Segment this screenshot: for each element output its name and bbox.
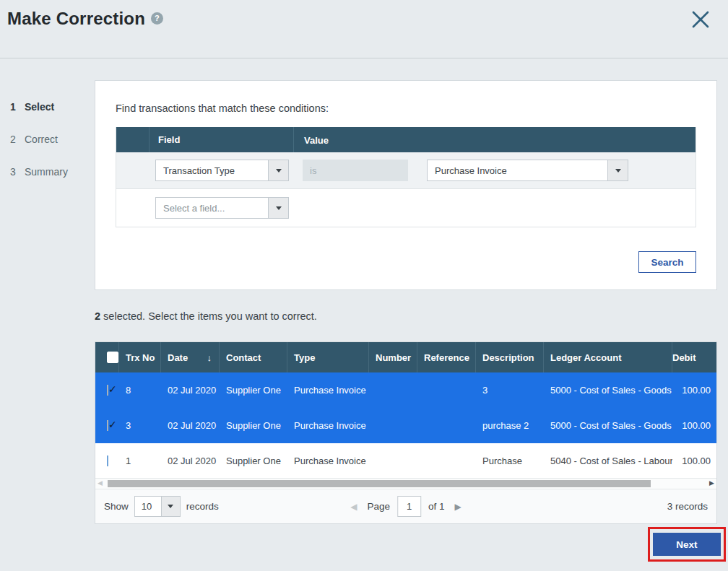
sort-desc-icon[interactable]: ↓ xyxy=(207,352,212,363)
condition-row-2: Select a field... xyxy=(116,189,696,227)
step-label: Correct xyxy=(25,134,58,145)
header-divider xyxy=(0,58,728,58)
row-checkbox[interactable] xyxy=(107,385,108,396)
column-header-type[interactable]: Type xyxy=(287,342,369,372)
selection-message: selected. Select the items you want to c… xyxy=(100,310,317,322)
cell-type: Purchase Invoice xyxy=(287,456,369,466)
cell-type: Purchase Invoice xyxy=(287,385,369,396)
scrollbar-thumb[interactable] xyxy=(108,480,651,487)
value-dropdown[interactable]: Purchase Invoice xyxy=(427,160,628,181)
conditions-panel: Find transactions that match these condi… xyxy=(95,80,717,290)
cell-debit: 100.00 xyxy=(672,456,718,466)
column-header-date[interactable]: Date↓ xyxy=(161,342,220,372)
column-header-contact[interactable]: Contact xyxy=(220,342,287,372)
step-correct[interactable]: 2 Correct xyxy=(0,134,95,145)
cell-contact: Supplier One xyxy=(220,420,287,431)
horizontal-scrollbar[interactable]: ◀ ▶ xyxy=(95,479,716,489)
close-icon[interactable] xyxy=(689,8,712,31)
table-footer: Show 10 records ◀ Page of 1 ▶ 3 records xyxy=(95,489,716,523)
next-page-icon[interactable]: ▶ xyxy=(455,502,462,512)
select-field-dropdown[interactable]: Select a field... xyxy=(155,197,289,219)
operator-value: is xyxy=(310,165,316,176)
make-correction-page: Make Correction? 1 Select 2 Correct 3 Su… xyxy=(0,0,728,571)
step-label: Select xyxy=(25,101,54,113)
select-field-placeholder: Select a field... xyxy=(156,198,268,218)
cell-trx-no: 1 xyxy=(119,456,161,466)
conditions-header-spacer xyxy=(116,127,150,152)
search-button[interactable]: Search xyxy=(638,251,696,273)
column-label: Number xyxy=(376,352,411,363)
cell-type: Purchase Invoice xyxy=(287,420,369,431)
records-table: Trx No Date↓ Contact Type Number Referen… xyxy=(95,341,717,524)
step-number: 3 xyxy=(10,166,25,178)
page-size-select[interactable]: 10 xyxy=(134,496,181,517)
page-size-value: 10 xyxy=(134,496,162,517)
column-label: Debit xyxy=(672,352,696,363)
cell-contact: Supplier One xyxy=(220,385,287,396)
chevron-down-icon[interactable] xyxy=(162,496,181,517)
column-label: Trx No xyxy=(126,352,155,363)
table-row[interactable]: 1 02 Jul 2020 Supplier One Purchase Invo… xyxy=(95,443,716,479)
value-column-label: Value xyxy=(304,135,329,146)
cell-ledger-account: 5000 - Cost of Sales - Goods xyxy=(544,420,672,431)
page-number-input[interactable] xyxy=(397,496,421,517)
column-header-description[interactable]: Description xyxy=(476,342,544,372)
step-select[interactable]: 1 Select xyxy=(0,101,95,113)
field-dropdown[interactable]: Transaction Type xyxy=(155,160,289,181)
page-title: Make Correction? xyxy=(7,9,163,29)
step-label: Summary xyxy=(25,166,68,178)
annotation-highlight-box: Next xyxy=(648,527,726,562)
conditions-intro: Find transactions that match these condi… xyxy=(116,103,696,114)
cell-ledger-account: 5000 - Cost of Sales - Goods xyxy=(544,385,672,396)
column-header-debit[interactable]: Debit xyxy=(672,342,718,372)
step-summary[interactable]: 3 Summary xyxy=(0,166,95,178)
column-label: Contact xyxy=(226,352,261,363)
column-label: Reference xyxy=(424,352,469,363)
step-number: 2 xyxy=(10,134,25,145)
column-header-number[interactable]: Number xyxy=(369,342,417,372)
row-checkbox[interactable] xyxy=(107,456,108,466)
cell-trx-no: 8 xyxy=(119,385,161,396)
column-header-reference[interactable]: Reference xyxy=(417,342,476,372)
chevron-down-icon[interactable] xyxy=(607,160,628,180)
row-checkbox[interactable] xyxy=(107,420,108,431)
table-row[interactable]: 3 02 Jul 2020 Supplier One Purchase Invo… xyxy=(95,408,716,443)
cell-debit: 100.00 xyxy=(672,385,718,396)
value-dropdown-value: Purchase Invoice xyxy=(428,160,607,180)
wizard-steps: 1 Select 2 Correct 3 Summary xyxy=(0,101,95,199)
help-icon[interactable]: ? xyxy=(151,12,163,25)
conditions-table: Field Value Transaction Type is Purchase… xyxy=(116,127,696,227)
cell-contact: Supplier One xyxy=(220,456,287,466)
chevron-down-icon[interactable] xyxy=(268,198,288,218)
operator-field-disabled: is xyxy=(303,160,408,181)
page-of-label: of 1 xyxy=(428,501,445,512)
cell-ledger-account: 5040 - Cost of Sales - Labour xyxy=(544,456,672,466)
column-label: Description xyxy=(482,352,534,363)
column-label: Ledger Account xyxy=(550,352,621,363)
cell-debit: 100.00 xyxy=(672,420,718,431)
cell-trx-no: 3 xyxy=(119,420,161,431)
previous-page-icon[interactable]: ◀ xyxy=(350,502,357,512)
table-row[interactable]: 8 02 Jul 2020 Supplier One Purchase Invo… xyxy=(95,372,716,408)
step-number: 1 xyxy=(10,101,25,113)
page-label: Page xyxy=(367,501,390,512)
column-label: Type xyxy=(294,352,315,363)
cell-date: 02 Jul 2020 xyxy=(161,385,220,396)
column-header-trx-no[interactable]: Trx No xyxy=(119,342,161,372)
chevron-down-icon[interactable] xyxy=(268,160,288,180)
show-label: Show xyxy=(104,501,129,512)
conditions-header-field: Field xyxy=(150,127,294,152)
cell-date: 02 Jul 2020 xyxy=(161,456,220,466)
condition-row-1: Transaction Type is Purchase Invoice xyxy=(116,152,696,189)
next-button[interactable]: Next xyxy=(653,533,721,556)
select-all-checkbox[interactable] xyxy=(107,352,118,363)
scroll-left-icon[interactable]: ◀ xyxy=(98,479,103,487)
cell-description: 3 xyxy=(476,385,544,396)
column-label: Date xyxy=(168,352,188,363)
scroll-right-icon[interactable]: ▶ xyxy=(709,479,714,487)
cell-description: purchase 2 xyxy=(476,420,544,431)
total-records: 3 records xyxy=(667,501,708,512)
column-header-ledger-account[interactable]: Ledger Account xyxy=(544,342,672,372)
pagination: ◀ Page of 1 ▶ xyxy=(350,496,462,517)
cell-date: 02 Jul 2020 xyxy=(161,420,220,431)
